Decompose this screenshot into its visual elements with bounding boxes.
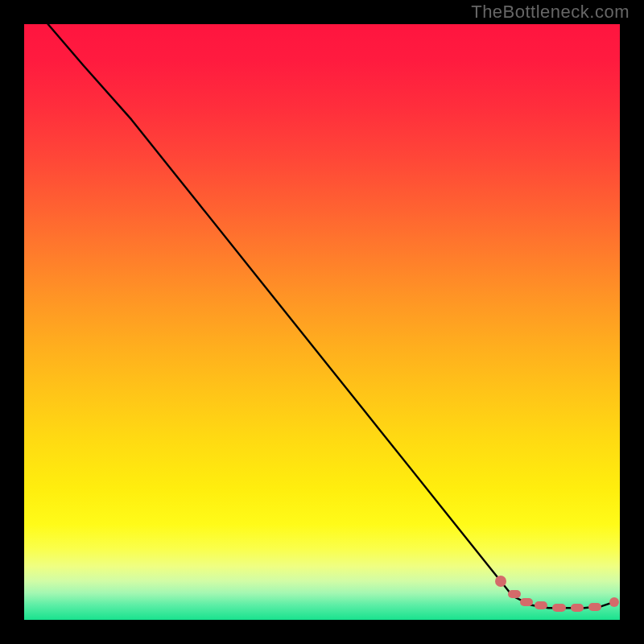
highlight-markers (24, 24, 620, 620)
marker-dot (609, 597, 619, 607)
marker-dash (508, 590, 521, 598)
marker-dash (571, 604, 584, 612)
marker-dot-lead (495, 576, 506, 587)
marker-dash (588, 603, 601, 611)
watermark-text: TheBottleneck.com (471, 2, 630, 23)
marker-dash (535, 601, 547, 609)
plot-area (24, 24, 620, 620)
chart-frame: TheBottleneck.com (0, 0, 644, 644)
marker-dash (520, 598, 533, 606)
marker-dash (552, 604, 565, 612)
